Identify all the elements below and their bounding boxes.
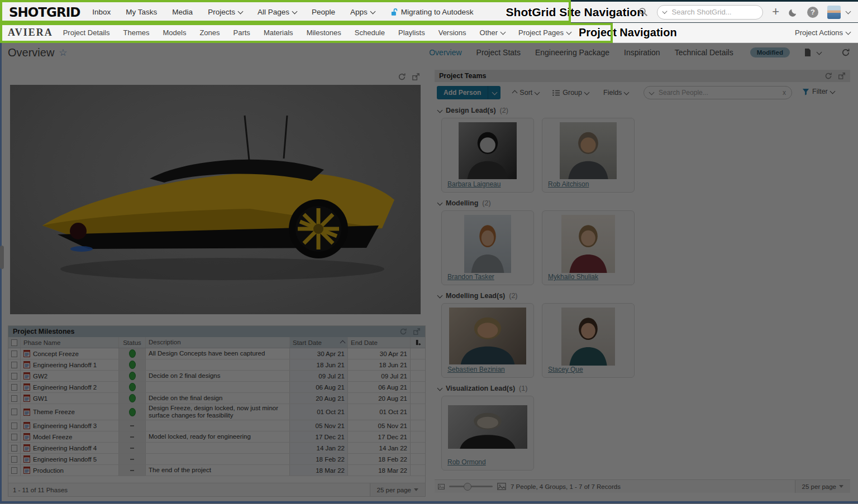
migrating-to-autodesk-link[interactable]: Migrating to Autodesk (390, 8, 474, 17)
person-name-link[interactable]: Brandon Tasker (442, 273, 533, 281)
group-header-visualization-leads[interactable]: Visualization Lead(s) (1) (438, 383, 850, 393)
filter-menu[interactable]: Filter (802, 88, 835, 95)
person-card[interactable]: Sebastien Bezinian (441, 303, 534, 378)
people-search-input[interactable] (657, 88, 779, 97)
account-menu[interactable] (827, 6, 850, 19)
col-description[interactable]: Description (146, 337, 290, 348)
milestone-row[interactable]: Theme Freeze Design Freeze, design locke… (8, 404, 425, 420)
global-search-box[interactable] (657, 5, 763, 20)
concept-car-image[interactable] (10, 85, 421, 314)
group-header-modelling[interactable]: Modelling (2) (438, 198, 850, 208)
group-menu[interactable]: Group (552, 89, 589, 97)
milestone-row[interactable]: GW1 Decide on the final design 20 Aug 21… (8, 393, 425, 404)
help-icon[interactable]: ? (807, 7, 818, 18)
clear-search-icon[interactable]: x (783, 89, 786, 97)
people-search-box[interactable]: x (644, 86, 792, 99)
nav-item-all-pages[interactable]: All Pages (258, 8, 297, 16)
milestone-row[interactable]: Engineering Handoff 1 18 Jun 21 18 Jun 2… (8, 359, 425, 371)
left-scrollbar-handle[interactable] (0, 246, 4, 269)
plus-icon[interactable]: + (772, 6, 779, 18)
person-name-link[interactable]: Stacey Que (542, 366, 634, 373)
milestone-row[interactable]: Model Freeze Model locked, ready for eng… (8, 431, 425, 443)
page-menu[interactable] (804, 49, 821, 56)
tab-technical-details[interactable]: Technical Details (675, 48, 733, 57)
nav-item-people[interactable]: People (312, 8, 335, 16)
milestone-row[interactable]: Concept Freeze All Design Concepts have … (8, 348, 425, 359)
col-phase-name[interactable]: Phase Name (21, 337, 119, 348)
milestone-row[interactable]: Production The end of the project 18 Mar… (8, 465, 425, 476)
column-config-button[interactable] (411, 337, 425, 348)
proj-item-versions[interactable]: Versions (438, 28, 466, 37)
tab-engineering-package[interactable]: Engineering Package (535, 48, 609, 57)
tab-project-stats[interactable]: Project Stats (476, 48, 521, 57)
col-status[interactable]: Status (119, 337, 146, 348)
chevron-down-icon[interactable] (662, 9, 668, 14)
thumbnail-small-icon[interactable] (438, 484, 445, 489)
milestone-row[interactable]: Engineering Handoff 4 14 Jan 22 14 Jan 2… (8, 443, 425, 454)
person-card[interactable]: Mykhailo Shuliak (542, 210, 635, 285)
search-icon[interactable] (638, 7, 648, 17)
person-name-link[interactable]: Rob Aitchison (542, 180, 634, 188)
person-card[interactable]: Stacey Que (542, 303, 635, 378)
collapse-icon (437, 292, 443, 298)
proj-item-parts[interactable]: Parts (233, 28, 250, 37)
select-all-checkbox[interactable] (8, 337, 21, 348)
refresh-icon[interactable] (824, 72, 832, 80)
nav-item-projects[interactable]: Projects (208, 8, 242, 16)
shotgrid-logo[interactable]: SHOTGRID (9, 5, 80, 20)
person-name-link[interactable]: Barbara Laigneau (442, 180, 533, 188)
popout-icon[interactable] (838, 72, 846, 80)
global-search-input[interactable] (671, 7, 757, 17)
refresh-icon[interactable] (841, 48, 850, 57)
add-person-button[interactable]: Add Person (437, 86, 488, 99)
thumbnail-size-slider[interactable] (449, 486, 493, 487)
col-start-date[interactable]: Start Date (290, 337, 348, 348)
add-person-dropdown[interactable] (488, 86, 500, 99)
proj-item-project-pages[interactable]: Project Pages (518, 28, 571, 37)
person-name-link[interactable]: Rob Ormond (442, 458, 533, 466)
person-card[interactable]: Rob Aitchison (542, 118, 635, 193)
chevron-down-icon[interactable] (649, 89, 655, 95)
person-name-link[interactable]: Mykhailo Shuliak (542, 273, 634, 281)
nav-item-media[interactable]: Media (172, 8, 193, 16)
milestone-row[interactable]: Engineering Handoff 5 18 Feb 22 18 Feb 2… (8, 454, 425, 465)
project-actions-menu[interactable]: Project Actions (795, 28, 850, 37)
col-end-date[interactable]: End Date (348, 337, 411, 348)
fields-menu[interactable]: Fields (603, 89, 628, 97)
proj-item-materials[interactable]: Materials (264, 28, 293, 37)
person-card[interactable]: Brandon Tasker (441, 210, 534, 285)
proj-item-themes[interactable]: Themes (123, 28, 150, 37)
tab-overview[interactable]: Overview (429, 48, 461, 57)
proj-item-schedule[interactable]: Schedule (355, 28, 385, 37)
teams-per-page-selector[interactable]: 25 per page (795, 480, 850, 493)
dark-mode-moon-icon[interactable] (788, 7, 798, 17)
refresh-icon[interactable] (399, 328, 407, 335)
proj-item-project-details[interactable]: Project Details (63, 28, 110, 37)
nav-item-inbox[interactable]: Inbox (92, 8, 111, 16)
tab-inspiration[interactable]: Inspiration (624, 48, 660, 57)
proj-item-playlists[interactable]: Playlists (398, 28, 425, 37)
group-header-modelling-leads[interactable]: Modelling Lead(s) (2) (438, 291, 850, 301)
slider-thumb[interactable] (464, 483, 471, 491)
popout-icon[interactable] (412, 73, 420, 81)
proj-item-other[interactable]: Other (480, 28, 506, 37)
milestone-row[interactable]: Engineering Handoff 3 05 Nov 21 05 Nov 2… (8, 420, 425, 431)
thumbnail-large-icon[interactable] (497, 483, 506, 490)
person-card[interactable]: Barbara Laigneau (441, 118, 534, 193)
proj-item-models[interactable]: Models (163, 28, 186, 37)
group-header-design-leads[interactable]: Design Lead(s) (2) (438, 105, 850, 116)
milestone-row[interactable]: Engineering Handoff 2 06 Aug 21 06 Aug 2… (8, 382, 425, 393)
nav-item-apps[interactable]: Apps (350, 8, 375, 16)
nav-item-my-tasks[interactable]: My Tasks (126, 8, 157, 16)
favorite-star-icon[interactable]: ☆ (59, 47, 67, 59)
project-logo-aviera[interactable]: AVIERA (8, 27, 53, 39)
refresh-icon[interactable] (398, 73, 406, 81)
person-name-link[interactable]: Sebastien Bezinian (442, 366, 533, 373)
proj-item-milestones[interactable]: Milestones (307, 28, 341, 37)
proj-item-zones[interactable]: Zones (199, 28, 220, 37)
popout-icon[interactable] (413, 328, 421, 335)
person-card[interactable]: Rob Ormond (441, 396, 534, 471)
milestones-per-page-selector[interactable]: 25 per page (370, 483, 425, 496)
sort-menu[interactable]: Sort (513, 89, 539, 97)
milestone-row[interactable]: GW2 Decide on 2 final designs 09 Jul 21 … (8, 371, 425, 382)
